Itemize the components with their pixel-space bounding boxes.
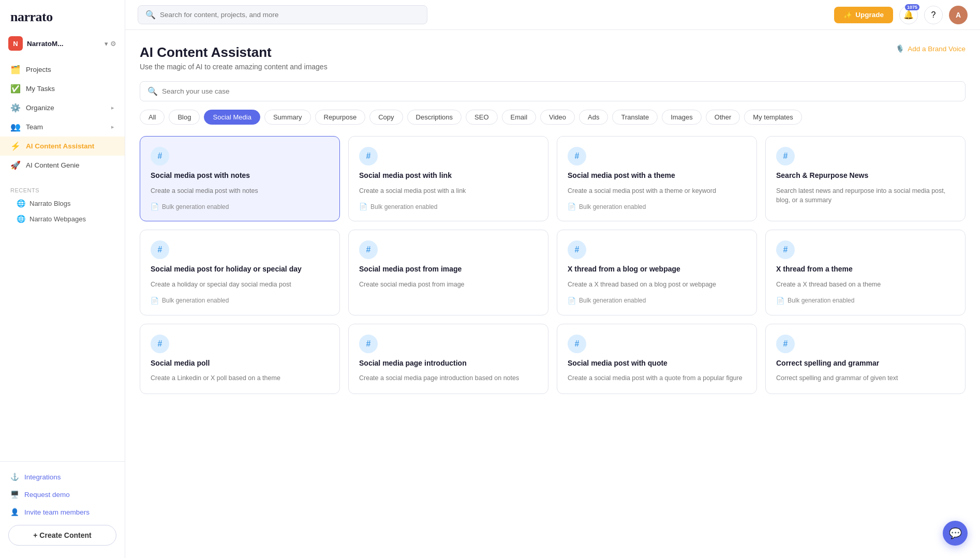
global-search[interactable]: 🔍 (138, 5, 427, 24)
card-page-intro[interactable]: # Social media page introduction Create … (348, 324, 548, 394)
nav-icon-ai-content-genie: 🚀 (10, 160, 21, 170)
card-title-page-intro: Social media page introduction (359, 358, 538, 369)
nav-label-ai-content-assistant: AI Content Assistant (26, 142, 94, 150)
sidebar-item-ai-content-assistant[interactable]: ⚡ AI Content Assistant (0, 137, 125, 156)
card-search-repurpose[interactable]: # Search & Repurpose News Search latest … (765, 136, 966, 221)
logo-area: narrato (0, 0, 125, 32)
sidebar-item-team[interactable]: 👥 Team ▸ (0, 117, 125, 137)
notifications-badge: 1075 (905, 4, 919, 10)
chevron-organize-icon: ▸ (111, 104, 114, 111)
bottom-nav-item-request-demo[interactable]: 🖥️ Request demo (0, 486, 125, 503)
sidebar-item-ai-content-genie[interactable]: 🚀 AI Content Genie (0, 156, 125, 175)
card-title-post-from-image: Social media post from image (359, 264, 538, 275)
nav-label-projects: Projects (26, 66, 51, 73)
card-title-social-notes: Social media post with notes (151, 171, 329, 181)
bulk-label-x-thread-blog: Bulk generation enabled (579, 297, 646, 304)
card-title-social-link: Social media post with link (359, 171, 538, 181)
workspace-name: NarratoM... (27, 40, 100, 48)
notifications-button[interactable]: 🔔 1075 (899, 6, 918, 24)
chat-button[interactable]: 💬 (943, 521, 968, 546)
filter-tab-social-media[interactable]: Social Media (204, 110, 260, 125)
filter-tab-images[interactable]: Images (662, 110, 702, 125)
nav-label-my-tasks: My Tasks (26, 85, 55, 93)
recent-icon-narrato-blogs: 🌐 (17, 199, 25, 207)
filter-tab-email[interactable]: Email (502, 110, 537, 125)
sidebar-item-projects[interactable]: 🗂️ Projects (0, 60, 125, 79)
card-x-thread-blog[interactable]: # X thread from a blog or webpage Create… (557, 230, 757, 315)
recent-icon-narrato-webpages: 🌐 (17, 215, 25, 223)
card-desc-spelling-grammar: Correct spelling and grammar of given te… (776, 373, 955, 383)
card-social-theme[interactable]: # Social media post with a theme Create … (557, 136, 757, 221)
bell-icon: 🔔 (903, 10, 914, 20)
nav-icon-projects: 🗂️ (10, 65, 21, 74)
filter-tab-seo[interactable]: SEO (466, 110, 497, 125)
card-icon-social-theme: # (568, 147, 586, 165)
nav-icon-team: 👥 (10, 122, 21, 132)
card-post-with-quote[interactable]: # Social media post with quote Create a … (557, 324, 757, 394)
global-search-input[interactable] (160, 11, 420, 19)
recent-item-narrato-blogs[interactable]: 🌐 Narrato Blogs (0, 195, 125, 211)
bottom-nav-label-request-demo: Request demo (24, 491, 70, 499)
card-social-poll[interactable]: # Social media poll Create a Linkedin or… (140, 324, 340, 394)
filter-tab-other[interactable]: Other (706, 110, 740, 125)
recents-label: Recents (0, 180, 125, 195)
nav-icon-ai-content-assistant: ⚡ (10, 141, 21, 151)
sidebar: narrato N NarratoM... ▾ ⚙ 🗂️ Projects ✅ … (0, 0, 125, 558)
card-holiday-post[interactable]: # Social media post for holiday or speci… (140, 230, 340, 315)
filter-tab-ads[interactable]: Ads (579, 110, 608, 125)
card-icon-x-thread-blog: # (568, 240, 586, 259)
workspace-selector[interactable]: N NarratoM... ▾ ⚙ (0, 32, 125, 55)
filter-tab-copy[interactable]: Copy (369, 110, 403, 125)
card-social-link[interactable]: # Social media post with link Create a s… (348, 136, 548, 221)
bottom-nav-item-invite-team[interactable]: 👤 Invite team members (0, 503, 125, 521)
filter-tab-summary[interactable]: Summary (264, 110, 311, 125)
filter-tab-my-templates[interactable]: My templates (744, 110, 801, 125)
card-desc-x-thread-theme: Create a X thread based on a theme (776, 280, 955, 290)
card-title-search-repurpose: Search & Repurpose News (776, 171, 955, 181)
bulk-icon-social-notes: 📄 (151, 203, 159, 210)
nav-icon-organize: ⚙️ (10, 103, 21, 113)
filter-tab-repurpose[interactable]: Repurpose (315, 110, 366, 125)
bulk-label-social-notes: Bulk generation enabled (162, 203, 229, 210)
filter-tab-translate[interactable]: Translate (612, 110, 658, 125)
filter-tab-video[interactable]: Video (540, 110, 575, 125)
filter-tab-all[interactable]: All (140, 110, 165, 125)
page-subtitle: Use the magic of AI to create amazing co… (140, 63, 328, 71)
upgrade-icon: ✨ (843, 11, 852, 19)
help-button[interactable]: ? (924, 6, 943, 24)
filter-tab-blog[interactable]: Blog (169, 110, 200, 125)
bulk-label-x-thread-theme: Bulk generation enabled (788, 297, 854, 304)
nav-label-team: Team (26, 123, 43, 131)
card-bulk-social-notes: 📄 Bulk generation enabled (151, 203, 329, 210)
page-title: AI Content Assistant (140, 44, 328, 61)
use-case-search-input[interactable] (162, 87, 958, 95)
card-icon-holiday-post: # (151, 240, 169, 259)
card-icon-page-intro: # (359, 335, 378, 353)
content-area: AI Content Assistant Use the magic of AI… (125, 30, 980, 558)
bottom-nav-label-integrations: Integrations (24, 473, 61, 481)
filter-tab-descriptions[interactable]: Descriptions (407, 110, 462, 125)
sidebar-item-organize[interactable]: ⚙️ Organize ▸ (0, 98, 125, 117)
recent-item-narrato-webpages[interactable]: 🌐 Narrato Webpages (0, 211, 125, 227)
card-icon-spelling-grammar: # (776, 335, 795, 353)
sidebar-item-my-tasks[interactable]: ✅ My Tasks (0, 79, 125, 98)
help-icon: ? (931, 10, 936, 20)
bottom-nav-item-integrations[interactable]: ⚓ Integrations (0, 468, 125, 486)
card-post-from-image[interactable]: # Social media post from image Create so… (348, 230, 548, 315)
card-icon-social-poll: # (151, 335, 169, 353)
cards-grid: # Social media post with notes Create a … (140, 136, 966, 394)
bottom-nav-list: ⚓ Integrations🖥️ Request demo👤 Invite te… (0, 468, 125, 521)
card-title-post-with-quote: Social media post with quote (568, 358, 746, 369)
main-content: 🔍 ✨ Upgrade 🔔 1075 ? A AI Content Assist… (125, 0, 980, 558)
nav-label-ai-content-genie: AI Content Genie (26, 161, 80, 169)
card-spelling-grammar[interactable]: # Correct spelling and grammar Correct s… (765, 324, 966, 394)
nav-label-organize: Organize (26, 104, 54, 112)
user-avatar[interactable]: A (949, 6, 968, 24)
card-social-notes[interactable]: # Social media post with notes Create a … (140, 136, 340, 221)
create-content-button[interactable]: + Create Content (8, 525, 116, 546)
card-x-thread-theme[interactable]: # X thread from a theme Create a X threa… (765, 230, 966, 315)
add-brand-voice-button[interactable]: 🎙️ Add a Brand Voice (896, 44, 966, 53)
use-case-search[interactable]: 🔍 (140, 81, 966, 101)
upgrade-button[interactable]: ✨ Upgrade (834, 7, 893, 23)
recents-list: 🌐 Narrato Blogs🌐 Narrato Webpages (0, 195, 125, 227)
